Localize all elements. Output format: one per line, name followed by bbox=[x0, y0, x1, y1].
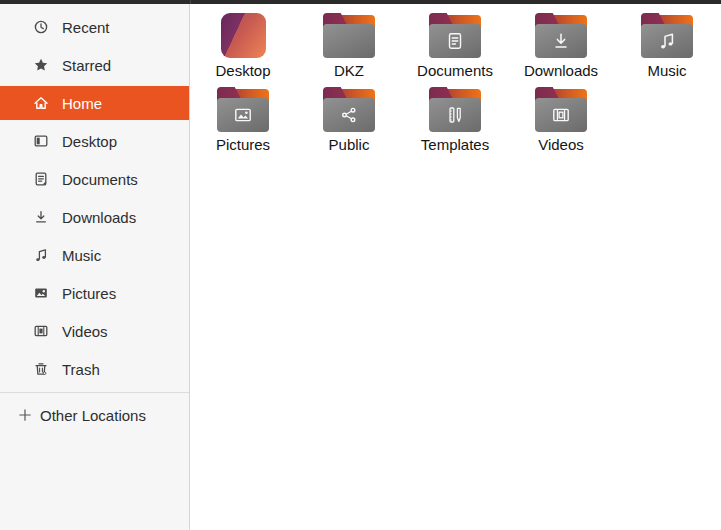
document-glyph-icon bbox=[445, 31, 465, 51]
sidebar-item-other-locations[interactable]: Other Locations bbox=[0, 398, 189, 432]
folder-icon bbox=[217, 87, 269, 132]
folder-icon bbox=[429, 13, 481, 58]
folder-icon bbox=[535, 87, 587, 132]
sidebar-item-label: Trash bbox=[62, 361, 100, 378]
sidebar-item-label: Desktop bbox=[62, 133, 117, 150]
sidebar-item-videos[interactable]: Videos bbox=[0, 314, 189, 348]
sidebar-item-starred[interactable]: Starred bbox=[0, 48, 189, 82]
template-glyph-icon bbox=[445, 105, 465, 125]
folder-icon bbox=[535, 87, 587, 132]
sidebar-item-pictures[interactable]: Pictures bbox=[0, 276, 189, 310]
folder-front bbox=[323, 24, 375, 58]
folder-label: Music bbox=[647, 63, 686, 80]
sidebar-item-label: Music bbox=[62, 247, 101, 264]
folder-item-documents[interactable]: Documents bbox=[402, 4, 508, 78]
sidebar-item-label: Starred bbox=[62, 57, 111, 74]
window-header-edge bbox=[0, 0, 721, 4]
folder-item-music[interactable]: Music bbox=[614, 4, 720, 78]
folder-icon bbox=[323, 87, 375, 132]
trash-icon bbox=[33, 361, 49, 377]
film-glyph-icon bbox=[551, 105, 571, 125]
sidebar-item-desktop[interactable]: Desktop bbox=[0, 124, 189, 158]
downloads-icon bbox=[33, 209, 49, 225]
folder-front bbox=[535, 98, 587, 132]
sidebar-item-label: Downloads bbox=[62, 209, 136, 226]
folder-item-templates[interactable]: Templates bbox=[402, 78, 508, 152]
folder-item-public[interactable]: Public bbox=[296, 78, 402, 152]
music-note-glyph-icon bbox=[657, 31, 677, 51]
music-icon bbox=[33, 247, 49, 263]
folder-label: Public bbox=[329, 137, 370, 154]
sidebar-item-label: Videos bbox=[62, 323, 108, 340]
sidebar-item-trash[interactable]: Trash bbox=[0, 352, 189, 386]
star-icon bbox=[33, 57, 49, 73]
folder-item-desktop[interactable]: Desktop bbox=[190, 4, 296, 78]
file-browser-content: Desktop DKZ Documents Downloads Music Pi… bbox=[190, 4, 721, 530]
sidebar-list: Recent Starred Home Desktop Documents Do… bbox=[0, 4, 189, 386]
folder-front bbox=[535, 24, 587, 58]
sidebar-item-recent[interactable]: Recent bbox=[0, 10, 189, 44]
desktop-icon bbox=[33, 133, 49, 149]
folder-icon bbox=[641, 13, 693, 58]
folder-item-pictures[interactable]: Pictures bbox=[190, 78, 296, 152]
sidebar-item-label: Recent bbox=[62, 19, 110, 36]
documents-icon bbox=[33, 171, 49, 187]
folder-icon bbox=[217, 87, 269, 132]
sidebar-item-label: Pictures bbox=[62, 285, 116, 302]
sidebar-separator bbox=[0, 392, 189, 393]
sidebar-item-music[interactable]: Music bbox=[0, 238, 189, 272]
folder-grid: Desktop DKZ Documents Downloads Music Pi… bbox=[190, 4, 721, 152]
folder-item-videos[interactable]: Videos bbox=[508, 78, 614, 152]
image-glyph-icon bbox=[233, 105, 253, 125]
folder-icon bbox=[429, 87, 481, 132]
folder-front bbox=[429, 24, 481, 58]
folder-item-dkz[interactable]: DKZ bbox=[296, 4, 402, 78]
folder-icon bbox=[641, 13, 693, 58]
sidebar-item-downloads[interactable]: Downloads bbox=[0, 200, 189, 234]
sidebar-item-label: Home bbox=[62, 95, 102, 112]
folder-icon bbox=[323, 13, 375, 58]
folder-front bbox=[217, 98, 269, 132]
desktop-gradient-icon bbox=[221, 13, 266, 58]
folder-icon bbox=[323, 87, 375, 132]
folder-label: Pictures bbox=[216, 137, 270, 154]
pictures-icon bbox=[33, 285, 49, 301]
folder-label: Videos bbox=[538, 137, 584, 154]
download-glyph-icon bbox=[551, 31, 571, 51]
plus-icon bbox=[17, 407, 33, 423]
share-glyph-icon bbox=[339, 105, 359, 125]
sidebar-item-home[interactable]: Home bbox=[0, 86, 189, 120]
sidebar-item-label: Documents bbox=[62, 171, 138, 188]
videos-icon bbox=[33, 323, 49, 339]
folder-icon bbox=[535, 13, 587, 58]
home-icon bbox=[33, 95, 49, 111]
places-sidebar: Recent Starred Home Desktop Documents Do… bbox=[0, 4, 190, 530]
sidebar-item-documents[interactable]: Documents bbox=[0, 162, 189, 196]
folder-icon bbox=[535, 13, 587, 58]
sidebar-item-label: Other Locations bbox=[40, 407, 146, 424]
header-seam bbox=[190, 0, 191, 4]
folder-front bbox=[323, 98, 375, 132]
folder-icon bbox=[429, 13, 481, 58]
desktop-gradient-icon bbox=[221, 13, 266, 58]
folder-label: Templates bbox=[421, 137, 489, 154]
recent-icon bbox=[33, 19, 49, 35]
folder-icon bbox=[323, 13, 375, 58]
folder-icon bbox=[429, 87, 481, 132]
folder-item-downloads[interactable]: Downloads bbox=[508, 4, 614, 78]
folder-front bbox=[641, 24, 693, 58]
folder-front bbox=[429, 98, 481, 132]
